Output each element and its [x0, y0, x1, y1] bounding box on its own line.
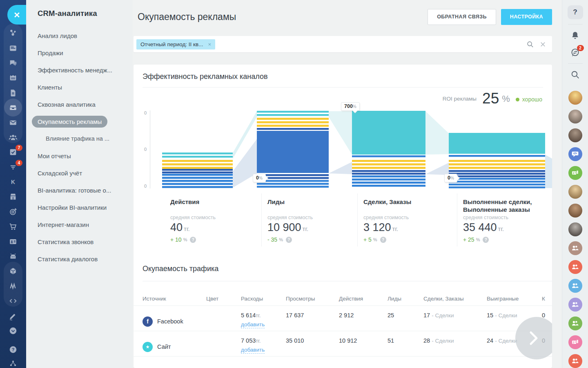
menu-item-1[interactable]: Анализ лидов: [26, 27, 133, 44]
rail-item-calendar[interactable]: [0, 70, 26, 85]
menu-item-11[interactable]: Настройки BI-аналитики: [26, 199, 133, 216]
deals-value: 17: [423, 312, 430, 319]
add-expenses-link[interactable]: добавить: [241, 321, 265, 328]
rail-item-browser-card[interactable]: [0, 40, 26, 55]
pen-icon: [9, 312, 18, 321]
avg-cost-value: 10 900: [267, 221, 301, 233]
rail-item-people[interactable]: [0, 130, 26, 145]
people-avatar[interactable]: [568, 298, 582, 312]
filter-chip[interactable]: Отчетный период: II кв... ×: [136, 39, 215, 49]
user-avatar[interactable]: [568, 204, 582, 218]
filter-chip-remove-icon[interactable]: ×: [208, 41, 211, 47]
user-avatar[interactable]: [568, 185, 582, 199]
contacts-avatar[interactable]: [568, 166, 582, 180]
menu-item-3[interactable]: Эффективность менедж...: [26, 61, 133, 79]
rail-item-pen[interactable]: [0, 308, 26, 323]
target-icon: [9, 207, 18, 216]
menu-item-9[interactable]: Складской учёт: [26, 164, 133, 182]
bell-button[interactable]: [568, 29, 582, 42]
people-icon: [571, 319, 579, 328]
rail-item-robot[interactable]: [0, 249, 26, 264]
contacts-avatar[interactable]: [568, 335, 582, 349]
help-icon[interactable]: ?: [190, 237, 196, 243]
messenger-button[interactable]: 2: [568, 46, 582, 59]
menu-item-13[interactable]: Статистика звонков: [26, 233, 133, 250]
rail-item-store[interactable]: [0, 189, 26, 204]
column-header: Действия: [339, 296, 388, 302]
rail-item-share[interactable]: [0, 357, 26, 368]
actions-value: 10 912: [339, 337, 388, 356]
add-expenses-link[interactable]: добавить: [241, 347, 265, 354]
user-avatar[interactable]: [568, 110, 582, 123]
menu-item-4[interactable]: Клиенты: [26, 79, 133, 96]
user-avatar[interactable]: [568, 91, 582, 105]
group-chat-avatar[interactable]: [568, 147, 582, 161]
funnel-chart: ROI рекламы 25 % хорошо 000 700%0%0%: [134, 87, 552, 193]
menu-item-12[interactable]: Интернет-магазин: [26, 216, 133, 233]
clear-filter-icon[interactable]: [539, 41, 546, 48]
rail-item-drawer[interactable]: [0, 100, 26, 115]
user-avatar[interactable]: [568, 222, 582, 236]
settings-button[interactable]: НАСТРОЙКА: [501, 9, 552, 25]
people-avatar[interactable]: [568, 260, 582, 274]
cart-icon: [9, 222, 18, 231]
source-name: Facebook: [157, 318, 183, 325]
people-avatar[interactable]: [568, 354, 582, 368]
rail-item-help[interactable]: ?: [0, 343, 26, 357]
column-header: Выигранные: [487, 296, 542, 302]
code-icon: [9, 296, 18, 305]
stage-name: Сделки, Заказы: [363, 198, 453, 215]
chevron-right-icon: [528, 330, 540, 346]
menu-item-5[interactable]: Сквозная аналитика: [26, 96, 133, 113]
rail-item-tasks[interactable]: 7: [0, 145, 26, 159]
rail-item-id-card[interactable]: [0, 234, 26, 249]
menu-item-2[interactable]: Продажи: [26, 44, 133, 61]
feedback-button[interactable]: ОБРАТНАЯ СВЯЗЬ: [428, 9, 496, 25]
delta-value: - 35: [267, 236, 277, 243]
actions-value: 2 912: [339, 312, 388, 331]
rail-item-cart[interactable]: [0, 219, 26, 234]
rail-item-target[interactable]: [0, 204, 26, 219]
rail-item-mail[interactable]: [0, 115, 26, 130]
help-button[interactable]: ?: [568, 5, 583, 19]
notification-badge: 7: [16, 145, 22, 151]
people-avatar[interactable]: [568, 316, 582, 330]
search-icon[interactable]: [527, 41, 534, 48]
column-header: Источник: [143, 296, 206, 302]
people-avatar[interactable]: [568, 279, 582, 293]
network-icon: [9, 29, 18, 38]
rail-item-filter[interactable]: 4: [0, 160, 26, 175]
help-icon[interactable]: ?: [483, 237, 489, 243]
menu-item-10[interactable]: BI-аналитика: готовые о...: [26, 182, 133, 199]
search-button[interactable]: [568, 68, 582, 81]
delta-value: + 5: [363, 236, 372, 243]
id-card-icon: [9, 237, 18, 246]
menu-item-6[interactable]: Окупаемость рекламы: [26, 113, 133, 130]
help-icon[interactable]: ?: [286, 237, 292, 243]
close-menu-button[interactable]: [7, 5, 26, 25]
menu-item-8[interactable]: Мои отчеты: [26, 147, 133, 164]
menu-item-7[interactable]: Влияние трафика на ...: [26, 130, 133, 147]
rail-item-cube[interactable]: [0, 264, 26, 278]
page-header: Окупаемость рекламы ОБРАТНАЯ СВЯЗЬ НАСТР…: [134, 0, 552, 36]
rail-item-network[interactable]: [0, 26, 26, 40]
filter-bar[interactable]: Отчетный период: II кв... ×: [134, 36, 552, 52]
won-value: 15: [487, 312, 493, 319]
rail-item-chevron-down-circle[interactable]: [0, 323, 26, 338]
rail-item-code[interactable]: [0, 294, 26, 308]
rail-item-chat[interactable]: [0, 56, 26, 70]
rail-item-document[interactable]: [0, 85, 26, 100]
filter-chip-label: Отчетный период: II кв...: [140, 41, 203, 47]
rail-item-m-logo[interactable]: [0, 279, 26, 294]
people-avatar[interactable]: [568, 241, 582, 255]
document-icon: [9, 88, 18, 97]
menu-item-14[interactable]: Статистика диалогов: [26, 250, 133, 267]
channels-section-title: Эффективность рекламных каналов: [143, 72, 543, 81]
sidebar-title: CRM-аналитика: [38, 9, 133, 18]
help-icon[interactable]: ?: [380, 237, 386, 243]
rail-item-letter-k[interactable]: K: [0, 175, 26, 189]
delta-unit: %: [373, 237, 377, 242]
currency-label: тг.: [303, 225, 309, 232]
user-avatar[interactable]: [568, 128, 582, 142]
stage-stat-4: Выполненные сделки, Выполненные заказыср…: [457, 193, 552, 247]
